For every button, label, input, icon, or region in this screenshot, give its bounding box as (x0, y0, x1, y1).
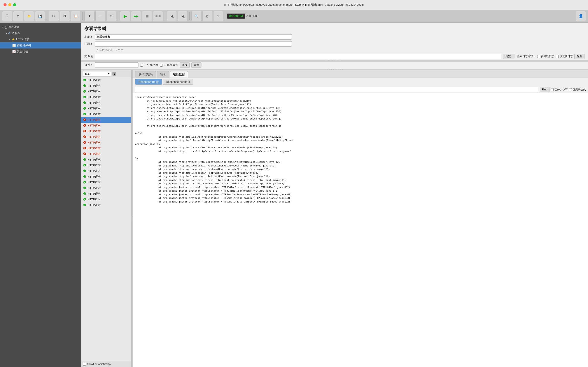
sidebar-item-result-tree[interactable]: 📊 察看结果树 (0, 42, 81, 49)
browse-button[interactable]: 浏览... (503, 54, 515, 59)
list-item-label: HTTP请求 (87, 169, 101, 173)
close-button[interactable] (3, 3, 7, 6)
find-btn[interactable]: Find (540, 87, 550, 92)
list-item[interactable]: ✓HTTP请求 (81, 202, 131, 208)
svg-text:✓: ✓ (84, 101, 86, 104)
error-log-checkbox[interactable] (537, 55, 540, 58)
list-item[interactable]: ✗HTTP请求 (81, 140, 131, 145)
results-list-pane: Text JSON XML HTML Boundary Extractor Te… (81, 70, 131, 367)
list-item[interactable]: ✗HTTP请求 (81, 117, 131, 123)
tab-request[interactable]: 请求 (157, 71, 169, 78)
cut-button[interactable]: ✂ (49, 11, 59, 21)
toggle-button[interactable]: ⟳ (106, 11, 116, 21)
regex-checkbox[interactable] (160, 64, 163, 67)
scroll-auto-checkbox[interactable] (83, 363, 86, 366)
list-item[interactable]: ✗HTTP请求 (81, 123, 131, 128)
stop-now-button[interactable]: ⏹⏹ (153, 11, 163, 21)
aggregate-report-label: 聚合报告 (17, 50, 28, 53)
list-item-label: HTTP请求 (87, 124, 101, 128)
new-button[interactable]: 🗋 (2, 11, 12, 21)
list-item[interactable]: ✓HTTP请求 (81, 106, 131, 111)
tab-sampler-result[interactable]: 取样器结果 (135, 71, 156, 78)
reset-button[interactable]: 重置 (191, 62, 201, 68)
list-item[interactable]: ✓HTTP请求 (81, 168, 131, 174)
open-button[interactable]: 📁 (24, 11, 34, 21)
start-button[interactable]: ▶ (120, 11, 130, 21)
sidebar-item-http-request[interactable]: ▼ ⚡ HTTP请求 (0, 36, 81, 42)
aggregate-report-icon: 📈 (12, 50, 16, 53)
file-row: 文件名 浏览... 显示日志内容： 仅错误日志 仅成功日志 配置 (81, 53, 588, 60)
sidebar-item-aggregate-report[interactable]: 📈 聚合报告 (0, 49, 81, 55)
remote-stop-all-button[interactable]: 🔌 (178, 11, 188, 21)
find-bar: Find 区分大小写 正则表达式 (133, 86, 588, 93)
list-item[interactable]: ✓HTTP请求 (81, 77, 131, 83)
svg-text:✗: ✗ (84, 124, 86, 127)
svg-text:✓: ✓ (84, 107, 86, 110)
text-format-dropdown[interactable]: Text JSON XML HTML Boundary Extractor Te… (83, 71, 111, 76)
start-no-pause-button[interactable]: ▶▶ (131, 11, 141, 21)
list-item[interactable]: ✓HTTP请求 (81, 89, 131, 94)
list-item[interactable]: ✗HTTP请求 (81, 151, 131, 157)
divider-bottom[interactable]: · · · · · · · · · · (81, 69, 588, 70)
profile-button[interactable]: 👤 (576, 11, 586, 21)
list-item[interactable]: ✓HTTP请求 (81, 180, 131, 185)
divider-top[interactable]: · · · · · · · · · · (81, 60, 588, 62)
list-item[interactable]: ✗HTTP请求 (81, 128, 131, 134)
list-item[interactable]: ✗HTTP请求 (81, 134, 131, 140)
remove-button[interactable]: − (95, 11, 105, 21)
list-item[interactable]: ✓HTTP请求 (81, 94, 131, 100)
list-item[interactable]: ✓HTTP请求 (81, 111, 131, 117)
help-button[interactable]: ? (213, 11, 223, 21)
results-header: Text JSON XML HTML Boundary Extractor Te… (81, 70, 131, 77)
success-icon: ✓ (83, 113, 86, 116)
svg-text:✓: ✓ (84, 96, 86, 98)
remote-start-all-button[interactable]: 🔌 (167, 11, 177, 21)
copy-button[interactable]: ⧉ (60, 11, 70, 21)
list-item[interactable]: ✓HTTP请求 (81, 174, 131, 180)
list-item[interactable]: ✓HTTP请求 (81, 197, 131, 202)
add-button[interactable]: + (85, 11, 95, 21)
stop-button[interactable]: ⏹ (142, 11, 152, 21)
config-button[interactable]: 配置 (574, 54, 585, 59)
success-log-checkbox[interactable] (556, 55, 559, 58)
svg-text:✗: ✗ (84, 147, 86, 150)
name-input[interactable] (95, 34, 292, 40)
thread-group-label: 线程组 (12, 31, 20, 35)
clear-button[interactable]: 🗑 (202, 11, 212, 21)
sub-tab-response-headers[interactable]: Response headers (163, 79, 193, 84)
list-item-label: HTTP请求 (87, 198, 101, 201)
expand-arrow-test-plan: ▼ (2, 26, 4, 28)
list-item[interactable]: ✓HTTP请求 (81, 157, 131, 163)
collapse-button[interactable]: ◀ (112, 72, 116, 75)
sidebar-item-thread-group[interactable]: ▼ ⚙ 线程组 (0, 30, 81, 36)
list-item[interactable]: ✓HTTP请求 (81, 83, 131, 89)
find-button[interactable]: 查找 (180, 62, 190, 68)
list-item[interactable]: ✗HTTP请求 (81, 145, 131, 151)
save-button[interactable]: 💾 (35, 11, 45, 21)
list-item[interactable]: ✓HTTP请求 (81, 185, 131, 191)
paste-button[interactable]: 📋 (71, 11, 81, 21)
comment-input[interactable] (95, 41, 292, 47)
sidebar-item-test-plan[interactable]: ▼ △ 测试计划 (0, 24, 81, 30)
maximize-button[interactable] (13, 3, 16, 6)
search-button[interactable]: 🔍 (191, 11, 201, 21)
sub-tab-response-body[interactable]: Response Body (135, 79, 162, 84)
find-case-checkbox[interactable] (551, 88, 554, 91)
name-label: 名称： (85, 35, 93, 39)
file-input[interactable] (95, 54, 501, 59)
find-regex-checkbox[interactable] (569, 88, 572, 91)
result-tree-icon: 📊 (12, 44, 16, 47)
find-input[interactable] (135, 87, 538, 92)
response-text: java.net.SocketException: Connection res… (135, 95, 585, 204)
thread-group-icon: ⚙ (8, 32, 11, 35)
list-item-label: HTTP请求 (87, 84, 101, 88)
list-item[interactable]: ✓HTTP请求 (81, 163, 131, 168)
templates-button[interactable]: ⊞ (13, 11, 23, 21)
minimize-button[interactable] (8, 3, 11, 6)
tab-response-data[interactable]: 响应数据 (170, 71, 188, 78)
list-item[interactable]: ✓HTTP请求 (81, 100, 131, 106)
list-item[interactable]: ✓HTTP请求 (81, 191, 131, 197)
search-input[interactable] (95, 62, 138, 68)
name-row: 名称： (81, 33, 588, 40)
case-sensitive-checkbox[interactable] (140, 64, 143, 67)
